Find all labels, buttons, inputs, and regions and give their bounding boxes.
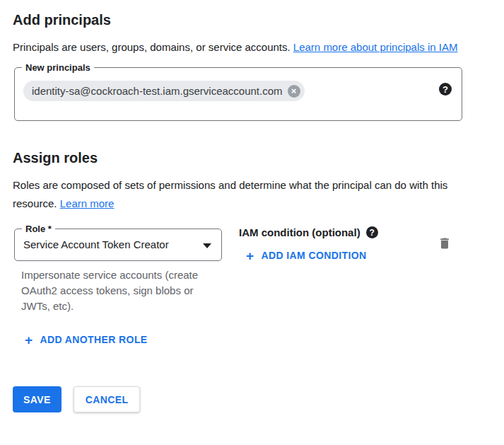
- role-label: Role *: [22, 223, 55, 235]
- roles-description: Roles are composed of sets of permission…: [13, 176, 472, 213]
- principal-chip-text: identity-sa@cockroach-test.iam.gservicea…: [32, 85, 283, 97]
- new-principals-label: New principals: [22, 62, 94, 74]
- role-select[interactable]: Role * Service Account Token Creator: [14, 229, 222, 261]
- role-column: Role * Service Account Token Creator Imp…: [14, 229, 222, 314]
- add-another-role-button[interactable]: + ADD ANOTHER ROLE: [19, 328, 153, 351]
- principals-description: Principals are users, groups, domains, o…: [13, 38, 472, 57]
- new-principals-help-icon[interactable]: ?: [439, 83, 452, 96]
- assign-roles-title: Assign roles: [13, 149, 504, 166]
- principal-chip: identity-sa@cockroach-test.iam.gservicea…: [23, 81, 305, 101]
- add-iam-condition-label: ADD IAM CONDITION: [262, 248, 367, 262]
- add-another-role-label: ADD ANOTHER ROLE: [40, 333, 148, 347]
- learn-more-roles-link[interactable]: Learn more: [60, 197, 115, 209]
- chip-remove-icon[interactable]: ×: [288, 85, 300, 98]
- save-button[interactable]: SAVE: [13, 386, 61, 412]
- action-buttons: SAVE CANCEL: [13, 386, 504, 412]
- plus-icon: +: [25, 333, 33, 347]
- plus-icon: +: [246, 249, 254, 262]
- add-iam-condition-button[interactable]: + ADD IAM CONDITION: [240, 244, 373, 267]
- dropdown-arrow-icon: [203, 243, 211, 248]
- principals-description-text: Principals are users, groups, domains, o…: [13, 41, 293, 53]
- iam-condition-help-icon[interactable]: ?: [366, 226, 378, 238]
- trash-icon: [438, 236, 452, 250]
- cancel-button[interactable]: CANCEL: [74, 386, 141, 412]
- learn-more-principals-link[interactable]: Learn more about principals in IAM: [293, 41, 458, 53]
- role-row: Role * Service Account Token Creator Imp…: [14, 229, 504, 314]
- page-title: Add principals: [13, 0, 504, 28]
- role-helper-text: Impersonate service accounts (create OAu…: [21, 267, 213, 314]
- iam-condition-label-row: IAM condition (optional) ?: [239, 226, 378, 238]
- role-value: Service Account Token Creator: [23, 238, 169, 250]
- delete-role-button[interactable]: [438, 236, 452, 250]
- new-principals-field[interactable]: New principals identity-sa@cockroach-tes…: [14, 67, 462, 121]
- iam-condition-label: IAM condition (optional): [239, 226, 361, 238]
- add-principals-panel: Add principals Principals are users, gro…: [0, 0, 504, 412]
- iam-condition-column: IAM condition (optional) ? + ADD IAM CON…: [239, 229, 378, 267]
